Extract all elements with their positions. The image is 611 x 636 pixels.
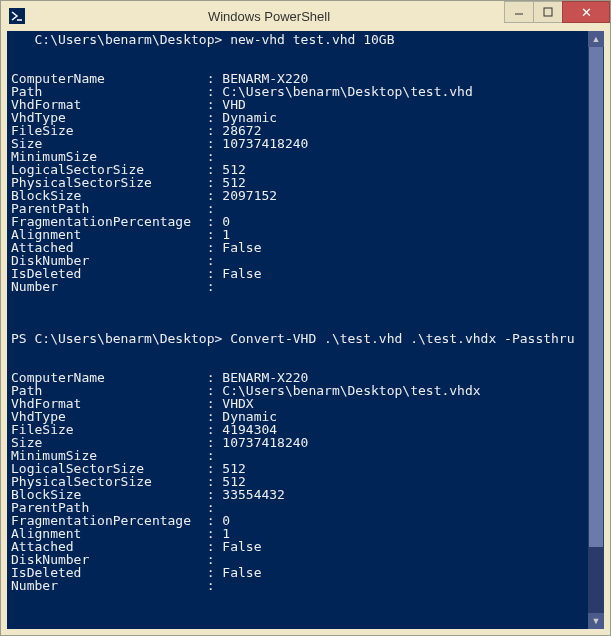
console-output[interactable]: C:\Users\benarm\Desktop> new-vhd test.vh… — [7, 31, 604, 629]
maximize-button[interactable] — [533, 1, 563, 23]
scrollbar-track[interactable] — [588, 547, 604, 613]
window-title: Windows PowerShell — [33, 9, 505, 24]
scroll-up-arrow-icon[interactable]: ▲ — [588, 31, 604, 47]
powershell-icon — [9, 8, 25, 24]
minimize-button[interactable] — [504, 1, 534, 23]
console-area: C:\Users\benarm\Desktop> new-vhd test.vh… — [7, 31, 604, 629]
close-icon: ✕ — [581, 5, 592, 20]
vertical-scrollbar[interactable]: ▲ ▼ — [588, 31, 604, 629]
svg-rect-3 — [544, 8, 552, 16]
window-controls: ✕ — [505, 1, 610, 31]
scroll-down-arrow-icon[interactable]: ▼ — [588, 613, 604, 629]
powershell-window: Windows PowerShell ✕ C:\Users\benarm\Des… — [0, 0, 611, 636]
titlebar[interactable]: Windows PowerShell ✕ — [1, 1, 610, 31]
scrollbar-thumb[interactable] — [589, 47, 603, 547]
close-button[interactable]: ✕ — [562, 1, 610, 23]
